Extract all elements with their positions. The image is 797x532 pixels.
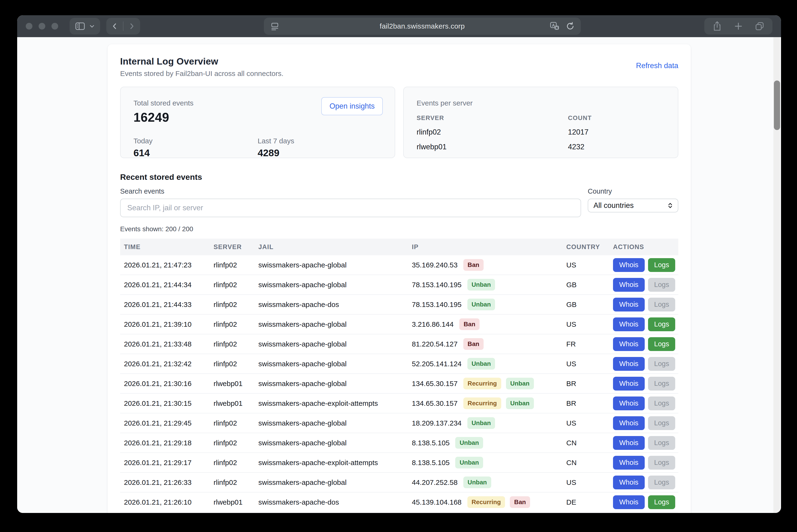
logs-button[interactable]: Logs [648, 377, 675, 391]
event-ip-cell: 44.207.252.58 Unban [408, 476, 562, 488]
browser-window: fail2ban.swissmakers.corp A [17, 15, 781, 513]
whois-button[interactable]: Whois [613, 436, 645, 450]
events-per-server-card: Events per server SERVER COUNT rlinfp02 … [403, 87, 678, 158]
logs-button[interactable]: Logs [648, 258, 675, 272]
table-row: 2026.01.21, 21:30:15 rlwebp01 swissmaker… [120, 394, 678, 413]
server-count: 4232 [568, 142, 665, 151]
reader-icon[interactable] [270, 21, 279, 32]
whois-button[interactable]: Whois [613, 377, 645, 391]
share-button[interactable] [712, 21, 722, 32]
server-name: rlinfp02 [417, 128, 568, 136]
column-header-time: TIME [120, 243, 210, 251]
logs-button[interactable]: Logs [648, 476, 675, 489]
event-badges: Unban [455, 437, 483, 449]
whois-button[interactable]: Whois [613, 495, 645, 509]
event-server: rlwebp01 [210, 498, 255, 506]
tab-overview-button[interactable] [754, 21, 765, 32]
share-icon [712, 21, 722, 32]
minimize-button[interactable] [39, 23, 45, 30]
url-text: fail2ban.swissmakers.corp [380, 22, 465, 30]
zoom-button[interactable] [52, 23, 58, 30]
today-label: Today [133, 137, 258, 145]
event-ip: 78.153.140.195 [412, 301, 461, 309]
back-button[interactable] [111, 22, 119, 31]
event-time: 2026.01.21, 21:30:16 [120, 380, 210, 388]
table-row: 2026.01.21, 21:26:10 rlwebp01 swissmaker… [120, 492, 678, 512]
whois-button[interactable]: Whois [613, 416, 645, 430]
logs-button[interactable]: Logs [648, 436, 675, 450]
logs-button[interactable]: Logs [648, 337, 675, 351]
event-ip-cell: 8.138.5.105 Unban [408, 457, 562, 469]
refresh-data-link[interactable]: Refresh data [636, 61, 678, 70]
event-actions: Whois Logs [609, 318, 678, 331]
event-badges: Unban [467, 279, 495, 290]
logs-button[interactable]: Logs [648, 298, 675, 311]
whois-button[interactable]: Whois [613, 318, 645, 331]
section-heading: Recent stored events [120, 172, 678, 182]
search-input[interactable] [120, 198, 581, 217]
event-ip-cell: 35.169.240.53 Ban [408, 259, 562, 271]
status-badge-unban: Unban [463, 476, 491, 488]
svg-text:A: A [552, 23, 555, 27]
whois-button[interactable]: Whois [613, 476, 645, 489]
event-ip: 134.65.30.157 [412, 399, 458, 407]
logs-button[interactable]: Logs [648, 357, 675, 371]
event-ip: 8.138.5.105 [412, 459, 450, 467]
logs-button[interactable]: Logs [648, 278, 675, 292]
logs-button[interactable]: Logs [648, 416, 675, 430]
event-time: 2026.01.21, 21:32:42 [120, 360, 210, 368]
event-country: US [562, 320, 609, 328]
event-badges: RecurringUnban [463, 397, 534, 409]
event-server: rlinfp02 [210, 261, 255, 269]
table-row: 2026.01.21, 21:44:33 rlinfp02 swissmaker… [120, 295, 678, 315]
server-column-header: SERVER [417, 114, 568, 122]
event-ip-cell: 3.216.86.144 Ban [408, 318, 562, 330]
table-row: 2026.01.21, 21:29:18 rlinfp02 swissmaker… [120, 433, 678, 453]
toolbar-right-controls [704, 18, 773, 35]
table-row: 2026.01.21, 21:33:48 rlinfp02 swissmaker… [120, 334, 678, 354]
event-server: rlinfp02 [210, 459, 255, 467]
event-country: US [562, 478, 609, 487]
event-country: GB [562, 301, 609, 309]
table-row: 2026.01.21, 21:30:16 rlwebp01 swissmaker… [120, 374, 678, 394]
sidebar-toggle-button[interactable] [75, 21, 85, 32]
logs-button[interactable]: Logs [648, 495, 675, 509]
whois-button[interactable]: Whois [613, 456, 645, 470]
event-server: rlinfp02 [210, 281, 255, 289]
event-ip-cell: 52.205.141.124 Unban [408, 358, 562, 369]
country-select[interactable]: All countries [588, 198, 678, 212]
count-column-header: COUNT [568, 114, 665, 122]
address-bar[interactable]: fail2ban.swissmakers.corp A [264, 18, 581, 35]
event-server: rlinfp02 [210, 439, 255, 447]
country-label: Country [588, 187, 678, 195]
whois-button[interactable]: Whois [613, 357, 645, 371]
plus-icon [734, 22, 743, 31]
browser-toolbar: fail2ban.swissmakers.corp A [17, 15, 781, 37]
translate-icon[interactable]: A [549, 21, 560, 32]
event-jail: swissmakers-apache-dos [255, 301, 408, 309]
event-ip-cell: 18.209.137.234 Unban [408, 417, 562, 429]
logs-button[interactable]: Logs [648, 318, 675, 331]
new-tab-button[interactable] [734, 22, 743, 31]
event-jail: swissmakers-apache-global [255, 360, 408, 368]
whois-button[interactable]: Whois [613, 337, 645, 351]
event-country: BR [562, 399, 609, 407]
scrollbar-thumb[interactable] [774, 80, 780, 130]
whois-button[interactable]: Whois [613, 258, 645, 272]
open-insights-button[interactable]: Open insights [321, 97, 383, 115]
logs-button[interactable]: Logs [648, 397, 675, 410]
page-content: Internal Log Overview Events stored by F… [17, 37, 781, 513]
status-badge-ban: Ban [463, 338, 484, 350]
close-button[interactable] [26, 23, 32, 30]
whois-button[interactable]: Whois [613, 397, 645, 410]
sidebar-menu-button[interactable] [89, 23, 95, 29]
reload-icon[interactable] [565, 21, 575, 31]
table-row: 2026.01.21, 21:39:10 rlinfp02 swissmaker… [120, 315, 678, 334]
status-badge-ban: Ban [459, 318, 479, 330]
forward-button[interactable] [128, 22, 135, 31]
whois-button[interactable]: Whois [613, 278, 645, 292]
whois-button[interactable]: Whois [613, 298, 645, 311]
column-header-country: COUNTRY [562, 243, 609, 251]
total-events-card: Total stored events 16249 Open insights … [120, 87, 395, 158]
logs-button[interactable]: Logs [648, 456, 675, 470]
